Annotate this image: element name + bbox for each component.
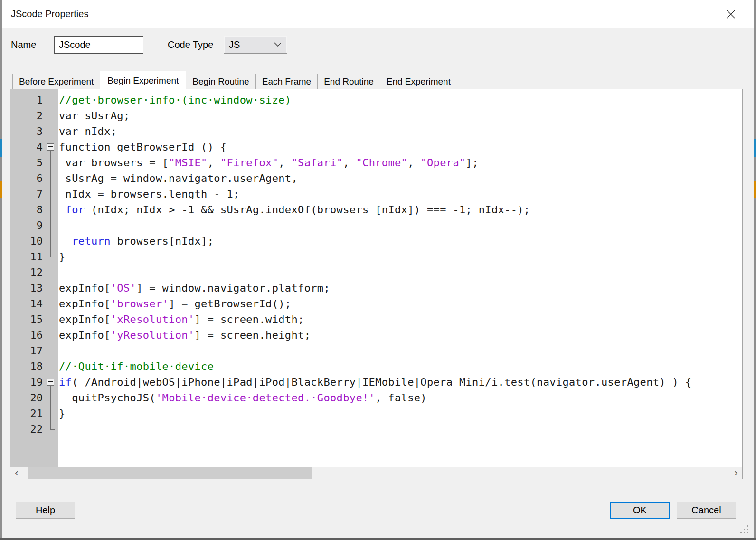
scroll-left-arrow[interactable]: ‹ — [10, 467, 23, 479]
code-line[interactable]: if( /Android|webOS|iPhone|iPad|iPod|Blac… — [58, 374, 742, 390]
code-pane[interactable]: //get·browser·info·(inc·window·size)var … — [58, 89, 742, 467]
tab-end-routine[interactable]: End Routine — [318, 74, 380, 90]
code-line[interactable]: expInfo['browser'] = getBrowserId(); — [58, 296, 742, 312]
line-number: 14 — [10, 296, 58, 312]
code-line[interactable]: expInfo['xResolution'] = screen.width; — [58, 312, 742, 327]
background-blue-chip — [754, 139, 756, 157]
background-bottom-edge — [0, 538, 756, 540]
code-token: } — [59, 251, 66, 263]
ok-button[interactable]: OK — [610, 502, 670, 519]
code-token: "Opera" — [420, 157, 465, 169]
code-token: (nIdx; nIdx > -1 && sUsrAg.indexOf(brows… — [85, 204, 530, 216]
line-number: 15 — [10, 312, 58, 327]
code-line[interactable] — [58, 343, 742, 359]
code-token: 'yResolution' — [111, 329, 195, 341]
code-token: , — [343, 157, 356, 169]
tab-end-experiment[interactable]: End Experiment — [380, 74, 457, 90]
code-token: var sUsrAg; — [59, 110, 130, 122]
name-input[interactable] — [54, 36, 143, 54]
code-token: "Firefox" — [220, 157, 278, 169]
code-line[interactable]: } — [58, 249, 742, 265]
code-token: , false) — [375, 392, 427, 404]
line-number: 16 — [10, 327, 58, 343]
scrollbar-thumb[interactable] — [28, 467, 312, 479]
tab-begin-routine[interactable]: Begin Routine — [186, 74, 255, 90]
code-type-select[interactable]: JS — [224, 36, 287, 54]
code-token: expInfo[ — [59, 313, 111, 325]
code-token: browsers[nIdx]; — [111, 235, 214, 247]
line-number: 8 — [10, 202, 58, 218]
code-line[interactable]: return browsers[nIdx]; — [58, 233, 742, 249]
tab-begin-experiment[interactable]: Begin Experiment — [100, 71, 186, 90]
fold-toggle-icon[interactable] — [47, 143, 54, 151]
close-button[interactable] — [725, 9, 737, 20]
code-line[interactable]: expInfo['OS'] = window.navigator.platfor… — [58, 280, 742, 296]
code-token: } — [59, 407, 66, 419]
fold-toggle-icon[interactable] — [47, 379, 54, 386]
code-token — [59, 235, 72, 247]
code-line[interactable]: function getBrowserId () { — [58, 139, 742, 155]
line-number: 20 — [10, 390, 58, 406]
code-type-value: JS — [229, 39, 240, 50]
code-line[interactable]: quitPsychoJS('Mobile·device·detected.·Go… — [58, 390, 742, 406]
code-token: expInfo[ — [59, 282, 111, 294]
name-label: Name — [11, 39, 36, 50]
code-line[interactable]: var sUsrAg; — [58, 108, 742, 123]
code-token: ] = window.navigator.platform; — [136, 282, 330, 294]
code-token: "Chrome" — [356, 157, 407, 169]
jscode-properties-dialog: JScode Properties Name Code Type JS Befo… — [2, 0, 754, 538]
code-token: ( /Android|webOS|iPhone|iPad|iPod|BlackB… — [72, 376, 691, 388]
code-token: "Safari" — [291, 157, 343, 169]
close-icon — [726, 9, 736, 19]
code-token: for — [66, 204, 85, 216]
code-token: , — [407, 157, 420, 169]
code-token: var nIdx; — [59, 125, 117, 137]
code-line[interactable] — [58, 421, 742, 437]
code-token: 'xResolution' — [111, 313, 195, 325]
line-number: 22 — [10, 421, 58, 437]
tab-before-experiment[interactable]: Before Experiment — [12, 74, 100, 90]
code-token — [59, 204, 66, 216]
scroll-right-arrow[interactable]: › — [730, 467, 742, 479]
code-token: 'browser' — [111, 298, 169, 310]
line-number: 12 — [10, 265, 58, 280]
code-line[interactable] — [58, 265, 742, 280]
tab-bar: Before ExperimentBegin ExperimentBegin R… — [12, 71, 457, 90]
code-token: ] = screen.width; — [195, 313, 304, 325]
code-token: , — [278, 157, 291, 169]
code-type-label: Code Type — [168, 39, 213, 50]
line-number: 17 — [10, 343, 58, 359]
line-number: 18 — [10, 359, 58, 374]
code-line[interactable]: //get·browser·info·(inc·window·size) — [58, 92, 742, 108]
edge-guide-line — [583, 89, 583, 467]
code-token: if — [59, 376, 72, 388]
cancel-button[interactable]: Cancel — [677, 502, 736, 519]
background-window-right-edge — [754, 0, 756, 540]
code-token: //·Quit·if·mobile·device — [59, 360, 214, 372]
code-line[interactable]: nIdx = browsers.length - 1; — [58, 186, 742, 202]
code-token: sUsrAg = window.navigator.userAgent, — [59, 172, 298, 184]
code-line[interactable]: expInfo['yResolution'] = screen.height; — [58, 327, 742, 343]
line-number: 1 — [10, 92, 58, 108]
code-line[interactable]: var browsers = ["MSIE", "Firefox", "Safa… — [58, 155, 742, 171]
code-line[interactable]: var nIdx; — [58, 123, 742, 139]
code-line[interactable]: sUsrAg = window.navigator.userAgent, — [58, 171, 742, 186]
code-line[interactable]: //·Quit·if·mobile·device — [58, 359, 742, 374]
code-line[interactable]: for (nIdx; nIdx > -1 && sUsrAg.indexOf(b… — [58, 202, 742, 218]
code-token: function getBrowserId () { — [59, 141, 227, 153]
code-line[interactable] — [58, 218, 742, 233]
code-token: var browsers = [ — [59, 157, 169, 169]
code-line[interactable]: } — [58, 406, 742, 421]
help-button[interactable]: Help — [16, 502, 75, 519]
code-token: 'OS' — [111, 282, 136, 294]
line-number: 11 — [10, 249, 58, 265]
line-number: 13 — [10, 280, 58, 296]
resize-grip[interactable] — [740, 525, 750, 535]
code-token: //get·browser·info·(inc·window·size) — [59, 94, 291, 106]
horizontal-scrollbar[interactable]: ‹ › — [10, 467, 742, 479]
code-token: "MSIE" — [169, 157, 208, 169]
line-number: 2 — [10, 108, 58, 123]
code-token: , — [208, 157, 220, 169]
tab-each-frame[interactable]: Each Frame — [256, 74, 318, 90]
line-number: 3 — [10, 123, 58, 139]
